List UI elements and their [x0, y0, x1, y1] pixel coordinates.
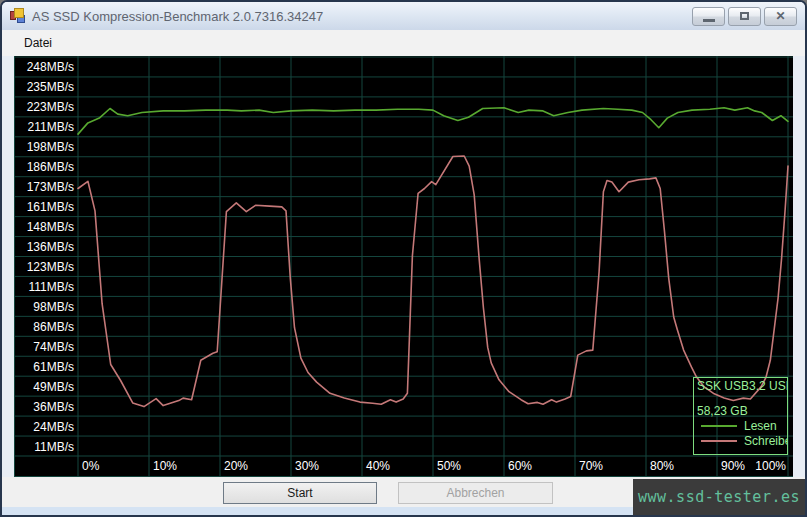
x-axis-tick: 70% — [579, 459, 603, 473]
y-axis-tick: 223MB/s — [27, 100, 74, 114]
y-axis-tick: 173MB/s — [27, 180, 74, 194]
y-axis-tick: 61MB/s — [33, 360, 74, 374]
x-axis-tick: 20% — [224, 459, 248, 473]
x-axis-tick: 100% — [755, 459, 786, 473]
legend-capacity: 58,23 GB — [697, 404, 787, 418]
y-axis-tick: 11MB/s — [34, 440, 74, 454]
title-bar[interactable]: AS SSD Kompression-Benchmark 2.0.7316.34… — [2, 2, 805, 30]
y-axis-tick: 123MB/s — [27, 260, 74, 274]
legend-write-label: Schreiben — [744, 434, 788, 448]
read-line-swatch — [701, 425, 737, 427]
legend-device-name: SSK USB3.2 USB D — [697, 379, 787, 393]
window-controls: ✕ — [692, 7, 797, 26]
x-axis-tick: 40% — [366, 459, 390, 473]
x-axis-tick: 0% — [82, 459, 100, 473]
x-axis-tick: 60% — [508, 459, 532, 473]
start-button[interactable]: Start — [223, 482, 377, 504]
close-button[interactable]: ✕ — [764, 7, 797, 26]
x-axis-tick: 10% — [153, 459, 177, 473]
app-icon-yellow-square — [14, 8, 24, 18]
y-axis-tick: 111MB/s — [28, 280, 74, 294]
y-axis-tick: 186MB/s — [27, 160, 74, 174]
y-axis-tick: 74MB/s — [33, 340, 74, 354]
legend-entry-read: Lesen — [697, 419, 787, 433]
chart-canvas: 248MB/s235MB/s223MB/s211MB/s198MB/s186MB… — [14, 56, 793, 477]
minimize-button[interactable] — [692, 7, 725, 26]
y-axis-tick: 235MB/s — [27, 80, 74, 94]
y-axis-tick: 36MB/s — [33, 400, 74, 414]
x-axis-tick: 90% — [721, 459, 745, 473]
menu-item-datei[interactable]: Datei — [16, 32, 60, 54]
y-axis-tick: 161MB/s — [27, 200, 74, 214]
write-line-swatch — [701, 440, 737, 442]
legend-read-label: Lesen — [744, 419, 777, 433]
legend-entry-write: Schreiben — [697, 434, 787, 448]
menu-bar: Datei — [2, 30, 805, 56]
app-icon — [10, 8, 26, 24]
y-axis-tick: 86MB/s — [33, 320, 74, 334]
window-title: AS SSD Kompression-Benchmark 2.0.7316.34… — [32, 9, 684, 24]
close-icon: ✕ — [775, 10, 785, 22]
benchmark-chart: 248MB/s235MB/s223MB/s211MB/s198MB/s186MB… — [14, 56, 793, 477]
cancel-button[interactable]: Abbrechen — [398, 482, 553, 504]
x-axis-tick: 30% — [295, 459, 319, 473]
y-axis-tick: 24MB/s — [33, 420, 74, 434]
y-axis-tick: 248MB/s — [27, 60, 74, 74]
y-axis-tick: 136MB/s — [27, 240, 74, 254]
app-window: AS SSD Kompression-Benchmark 2.0.7316.34… — [0, 0, 807, 517]
y-axis-tick: 198MB/s — [27, 140, 74, 154]
watermark-badge: www.ssd-tester.es — [633, 479, 805, 515]
y-axis-tick: 211MB/s — [28, 120, 74, 134]
maximize-icon — [740, 12, 749, 20]
chart-legend: SSK USB3.2 USB D 58,23 GB Lesen Schreibe… — [693, 377, 788, 455]
x-axis-tick: 50% — [437, 459, 461, 473]
x-axis-tick: 80% — [650, 459, 674, 473]
y-axis-tick: 98MB/s — [33, 300, 74, 314]
minimize-icon — [703, 19, 715, 22]
y-axis-tick: 148MB/s — [27, 220, 74, 234]
y-axis-tick: 49MB/s — [33, 380, 74, 394]
maximize-button[interactable] — [728, 7, 761, 26]
